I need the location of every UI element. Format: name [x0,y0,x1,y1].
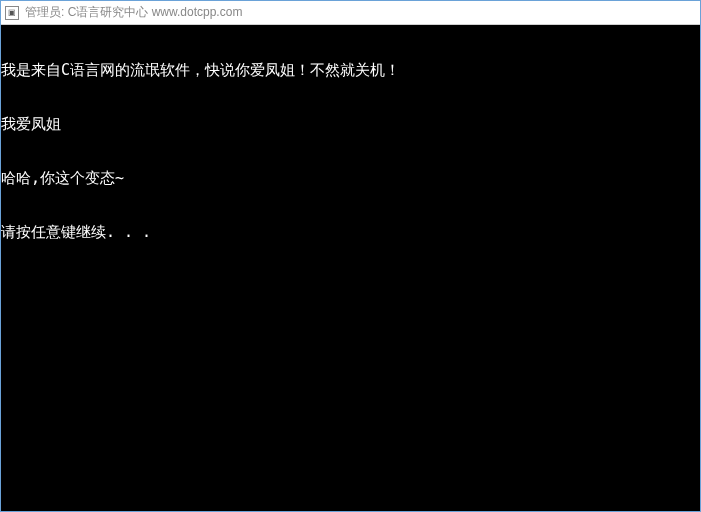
titlebar[interactable]: ▣ 管理员: C语言研究中心 www.dotcpp.com [1,1,700,25]
console-line: 我是来自C语言网的流氓软件，快说你爱凤姐！不然就关机！ [1,61,700,79]
window-title: 管理员: C语言研究中心 www.dotcpp.com [25,4,242,21]
window: ▣ 管理员: C语言研究中心 www.dotcpp.com 我是来自C语言网的流… [0,0,701,512]
console-line: 哈哈,你这个变态~ [1,169,700,187]
console-area[interactable]: 我是来自C语言网的流氓软件，快说你爱凤姐！不然就关机！ 我爱凤姐 哈哈,你这个变… [1,25,700,511]
console-line: 请按任意键继续. . . [1,223,700,241]
app-icon: ▣ [5,6,19,20]
console-line: 我爱凤姐 [1,115,700,133]
